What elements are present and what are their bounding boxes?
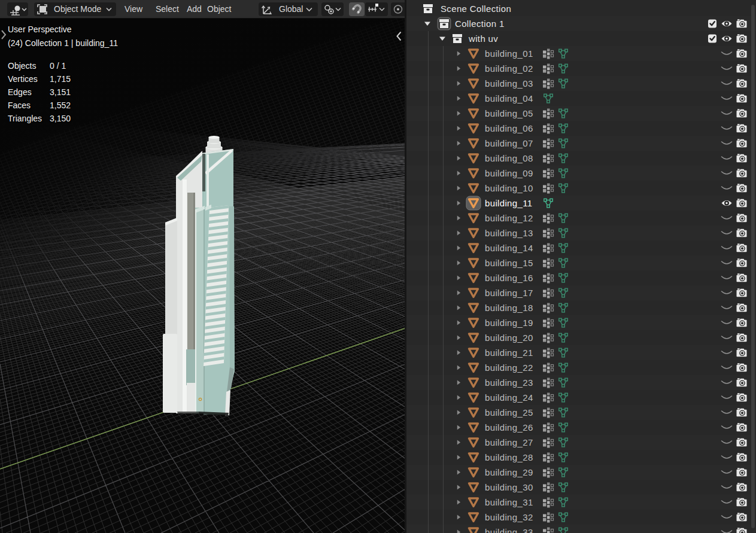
svg-text:Collection 1: Collection 1 bbox=[455, 19, 505, 29]
svg-text:building_07: building_07 bbox=[485, 138, 533, 148]
svg-text:building_11: building_11 bbox=[485, 198, 532, 208]
svg-text:building_27: building_27 bbox=[485, 437, 533, 447]
svg-text:building_23: building_23 bbox=[485, 377, 533, 388]
svg-text:building_28: building_28 bbox=[485, 452, 533, 462]
svg-text:building_16: building_16 bbox=[485, 273, 533, 283]
svg-text:building_19: building_19 bbox=[485, 318, 533, 328]
svg-text:building_30: building_30 bbox=[485, 482, 533, 492]
svg-text:building_31: building_31 bbox=[485, 497, 533, 507]
svg-text:building_33: building_33 bbox=[485, 527, 533, 533]
svg-text:building_08: building_08 bbox=[485, 153, 533, 163]
svg-text:building_15: building_15 bbox=[485, 258, 533, 268]
svg-text:building_32: building_32 bbox=[485, 512, 533, 522]
svg-text:building_17: building_17 bbox=[485, 288, 533, 298]
svg-text:with uv: with uv bbox=[468, 33, 498, 44]
svg-text:building_26: building_26 bbox=[485, 422, 533, 433]
svg-text:building_25: building_25 bbox=[485, 407, 533, 418]
svg-text:building_02: building_02 bbox=[485, 63, 533, 74]
svg-text:building_10: building_10 bbox=[485, 183, 533, 193]
svg-text:building_01: building_01 bbox=[485, 48, 533, 59]
svg-text:building_29: building_29 bbox=[485, 467, 533, 477]
svg-text:building_09: building_09 bbox=[485, 168, 533, 178]
svg-text:building_12: building_12 bbox=[485, 213, 533, 223]
svg-text:building_04: building_04 bbox=[485, 93, 533, 103]
svg-text:building_21: building_21 bbox=[485, 348, 533, 358]
svg-text:building_05: building_05 bbox=[485, 108, 533, 118]
svg-text:building_24: building_24 bbox=[485, 392, 533, 403]
svg-text:building_06: building_06 bbox=[485, 123, 533, 133]
svg-text:building_20: building_20 bbox=[485, 333, 533, 343]
svg-text:building_14: building_14 bbox=[485, 243, 533, 253]
svg-text:Scene Collection: Scene Collection bbox=[441, 4, 511, 14]
svg-text:building_03: building_03 bbox=[485, 78, 533, 89]
svg-text:building_18: building_18 bbox=[485, 303, 533, 313]
svg-text:building_13: building_13 bbox=[485, 228, 533, 238]
svg-text:building_22: building_22 bbox=[485, 363, 533, 373]
